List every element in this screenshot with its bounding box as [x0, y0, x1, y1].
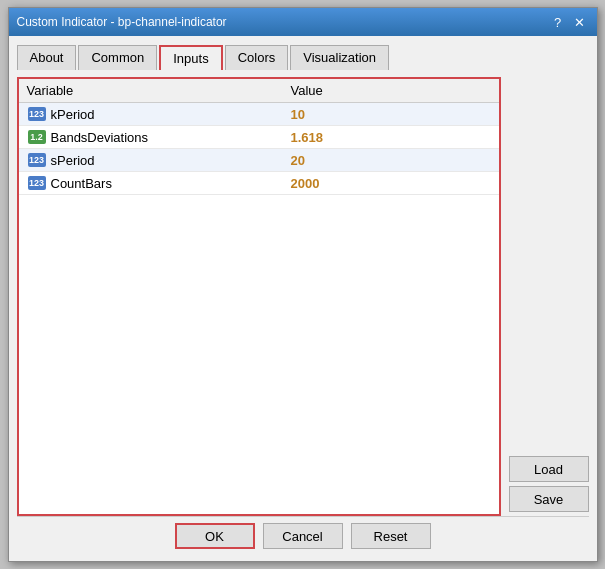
- content-area: Variable Value 123 kPeriod 10: [17, 77, 589, 516]
- title-bar: Custom Indicator - bp-channel-indicator …: [9, 8, 597, 36]
- tab-panel-inputs: Variable Value 123 kPeriod 10: [17, 77, 501, 516]
- table-row[interactable]: 1.2 BandsDeviations 1.618: [19, 126, 499, 149]
- speriod-value: 20: [291, 153, 491, 168]
- kperiod-type-icon: 123: [27, 106, 47, 122]
- table-header: Variable Value: [19, 79, 499, 103]
- close-button[interactable]: ✕: [571, 13, 589, 31]
- countbars-type-icon: 123: [27, 175, 47, 191]
- cancel-button[interactable]: Cancel: [263, 523, 343, 549]
- table-container: Variable Value 123 kPeriod 10: [19, 79, 499, 514]
- sidebar-buttons: Load Save: [501, 77, 589, 516]
- kperiod-value: 10: [291, 107, 491, 122]
- tab-colors[interactable]: Colors: [225, 45, 289, 70]
- tab-inputs[interactable]: Inputs: [159, 45, 222, 70]
- speriod-name: sPeriod: [51, 153, 291, 168]
- tab-bar: About Common Inputs Colors Visualization: [17, 44, 589, 69]
- col-header-variable: Variable: [27, 83, 291, 98]
- ok-button[interactable]: OK: [175, 523, 255, 549]
- help-button[interactable]: ?: [549, 13, 567, 31]
- main-window: Custom Indicator - bp-channel-indicator …: [8, 7, 598, 562]
- tab-visualization[interactable]: Visualization: [290, 45, 389, 70]
- countbars-name: CountBars: [51, 176, 291, 191]
- load-button[interactable]: Load: [509, 456, 589, 482]
- inputs-table-panel: Variable Value 123 kPeriod 10: [17, 77, 501, 516]
- window-content: About Common Inputs Colors Visualization: [9, 36, 597, 561]
- bottom-buttons: OK Cancel Reset: [17, 516, 589, 553]
- kperiod-name: kPeriod: [51, 107, 291, 122]
- table-row[interactable]: 123 CountBars 2000: [19, 172, 499, 195]
- countbars-value: 2000: [291, 176, 491, 191]
- bandsdev-name: BandsDeviations: [51, 130, 291, 145]
- window-title: Custom Indicator - bp-channel-indicator: [17, 15, 227, 29]
- col-header-value: Value: [291, 83, 491, 98]
- table-row[interactable]: 123 kPeriod 10: [19, 103, 499, 126]
- speriod-type-icon: 123: [27, 152, 47, 168]
- tab-common[interactable]: Common: [78, 45, 157, 70]
- bandsdev-value: 1.618: [291, 130, 491, 145]
- tab-about[interactable]: About: [17, 45, 77, 70]
- save-button[interactable]: Save: [509, 486, 589, 512]
- table-row[interactable]: 123 sPeriod 20: [19, 149, 499, 172]
- reset-button[interactable]: Reset: [351, 523, 431, 549]
- bandsdev-type-icon: 1.2: [27, 129, 47, 145]
- title-bar-controls: ? ✕: [549, 13, 589, 31]
